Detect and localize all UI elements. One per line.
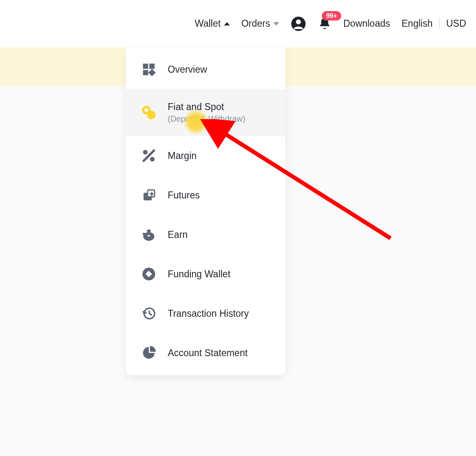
orders-label: Orders (241, 18, 270, 29)
divider (439, 18, 439, 29)
svg-rect-6 (148, 69, 156, 76)
wallet-label: Wallet (195, 18, 221, 29)
language-currency-switcher[interactable]: English USD (402, 18, 466, 29)
overview-icon (141, 62, 156, 77)
svg-point-16 (143, 233, 145, 235)
dropdown-item-account-statement[interactable]: Account Statement (126, 333, 285, 373)
fiat-spot-icon (141, 105, 156, 120)
notification-badge: 99+ (322, 11, 341, 21)
svg-rect-3 (143, 64, 148, 69)
notifications-button[interactable]: 99+ (318, 17, 332, 31)
wallet-menu-trigger[interactable]: Wallet (195, 18, 230, 29)
dropdown-item-label: Overview (168, 64, 207, 75)
dropdown-item-fiat-spot[interactable]: Fiat and Spot (Deposit & Withdraw) (126, 89, 285, 136)
dropdown-item-label: Funding Wallet (168, 269, 231, 280)
earn-icon (141, 227, 156, 242)
svg-point-10 (143, 150, 148, 154)
orders-menu-trigger[interactable]: Orders (241, 18, 279, 29)
downloads-label: Downloads (343, 18, 390, 29)
dropdown-item-label: Futures (168, 190, 200, 201)
dropdown-item-sublabel: (Deposit & Withdraw) (168, 114, 245, 124)
svg-point-11 (150, 157, 155, 161)
dropdown-item-earn[interactable]: Earn (126, 215, 285, 254)
dropdown-item-label: Account Statement (168, 348, 247, 359)
svg-rect-17 (148, 235, 150, 237)
dropdown-item-overview[interactable]: Overview (126, 50, 285, 89)
dropdown-item-margin[interactable]: Margin (126, 136, 285, 175)
svg-point-9 (145, 108, 148, 112)
svg-point-8 (147, 111, 156, 120)
caret-down-icon (273, 22, 279, 25)
margin-icon (141, 148, 156, 163)
currency-label[interactable]: USD (446, 18, 466, 29)
svg-rect-5 (143, 70, 148, 75)
caret-up-icon (224, 22, 230, 25)
dropdown-item-futures[interactable]: Futures (126, 175, 285, 215)
dropdown-item-funding-wallet[interactable]: Funding Wallet (126, 254, 285, 294)
funding-wallet-icon (141, 267, 156, 281)
dropdown-item-label: Margin (168, 150, 196, 161)
futures-icon (141, 188, 156, 203)
account-statement-icon (141, 345, 156, 360)
svg-rect-4 (149, 64, 155, 69)
account-icon[interactable] (291, 16, 306, 32)
svg-rect-15 (147, 230, 151, 232)
dropdown-item-label: Transaction History (168, 308, 249, 319)
language-label[interactable]: English (402, 18, 432, 29)
wallet-dropdown: Overview Fiat and Spot (Deposit & Withdr… (126, 47, 285, 375)
transaction-history-icon (141, 306, 156, 321)
svg-point-2 (296, 19, 301, 24)
dropdown-item-transaction-history[interactable]: Transaction History (126, 294, 285, 333)
top-navigation: Wallet Orders 99+ Downloads English USD (0, 0, 476, 47)
dropdown-item-label: Fiat and Spot (168, 101, 245, 113)
downloads-link[interactable]: Downloads (343, 18, 390, 29)
dropdown-item-label: Earn (168, 229, 188, 240)
